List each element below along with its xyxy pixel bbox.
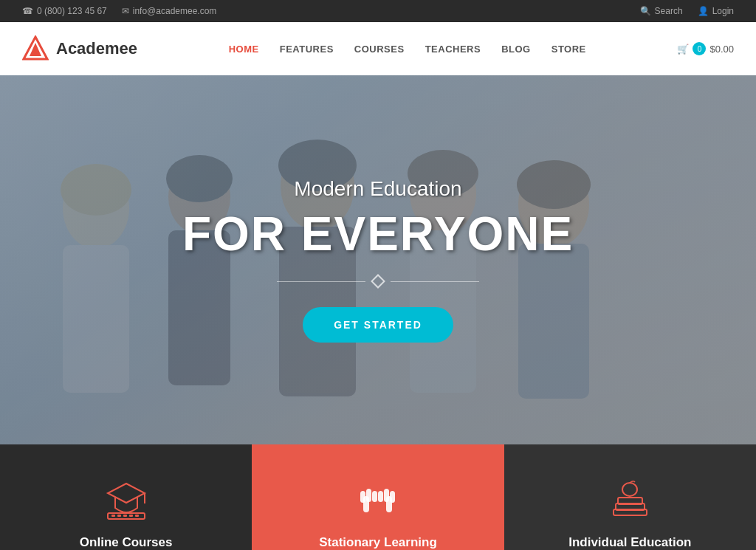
phone-icon: ☎ [22,6,33,16]
user-icon: 👤 [698,6,709,16]
top-bar: ☎ 0 (800) 123 45 67 ✉ info@academee.com … [0,0,756,22]
svg-rect-26 [129,515,133,517]
nav-home[interactable]: HOME [229,44,259,55]
hero-content: Modern Education FOR EVERYONE GET STARTE… [182,177,574,343]
svg-rect-31 [372,491,377,502]
divider-diamond [371,274,385,289]
svg-rect-29 [360,491,365,503]
svg-rect-33 [390,491,395,503]
logo-text: Academee [56,39,137,58]
stationary-learning-title: Stationary Learning [319,535,437,550]
svg-rect-34 [384,489,389,502]
feature-individual-education: Individual Education We employ professio… [504,444,756,550]
cart-price: $0.00 [709,44,734,55]
svg-rect-25 [123,515,127,517]
get-started-button[interactable]: GET STARTED [303,307,453,343]
nav-teachers[interactable]: TEACHERS [425,44,481,55]
cart-button[interactable]: 🛒 0 $0.00 [677,42,734,55]
search-link[interactable]: 🔍 Search [640,6,683,16]
feature-stationary-learning: Stationary Learning Every student is wel… [252,444,504,550]
phone-link[interactable]: ☎ 0 (800) 123 45 67 [22,6,107,16]
svg-rect-27 [135,515,139,517]
logo-link[interactable]: Academee [22,35,137,62]
hero-section: Modern Education FOR EVERYONE GET STARTE… [0,75,756,444]
svg-marker-20 [108,484,145,503]
email-icon: ✉ [122,6,129,16]
online-courses-title: Online Courses [80,535,173,550]
search-icon: 🔍 [640,6,651,16]
main-nav: HOME FEATURES COURSES TEACHERS BLOG STOR… [229,44,586,55]
site-header: Academee HOME FEATURES COURSES TEACHERS … [0,22,756,75]
individual-education-title: Individual Education [568,535,691,550]
stationary-learning-icon [356,478,400,522]
hero-divider [182,276,574,286]
nav-courses[interactable]: COURSES [354,44,405,55]
feature-online-courses: Online Courses The best way to learn rem… [0,444,252,550]
cart-icon: 🛒 [677,44,689,55]
hero-subtitle: Modern Education [182,177,574,201]
logo-icon [22,35,49,62]
top-bar-left: ☎ 0 (800) 123 45 67 ✉ info@academee.com [22,6,216,16]
nav-features[interactable]: FEATURES [280,44,334,55]
svg-rect-24 [117,515,121,517]
individual-education-icon [608,478,652,522]
phone-number: 0 (800) 123 45 67 [37,6,107,16]
top-bar-right: 🔍 Search 👤 Login [640,6,734,16]
svg-rect-23 [111,515,115,517]
email-link[interactable]: ✉ info@academee.com [122,6,217,16]
svg-rect-30 [366,489,371,502]
nav-store[interactable]: STORE [551,44,586,55]
hero-title: FOR EVERYONE [182,207,574,261]
online-courses-icon [104,478,148,522]
login-link[interactable]: 👤 Login [698,6,734,16]
svg-rect-35 [378,491,383,502]
features-section: Online Courses The best way to learn rem… [0,444,756,550]
nav-blog[interactable]: BLOG [501,44,531,55]
email-address: info@academee.com [133,6,217,16]
login-label: Login [712,6,734,16]
svg-point-39 [622,483,637,496]
cart-badge: 0 [693,42,706,55]
search-label: Search [655,6,683,16]
